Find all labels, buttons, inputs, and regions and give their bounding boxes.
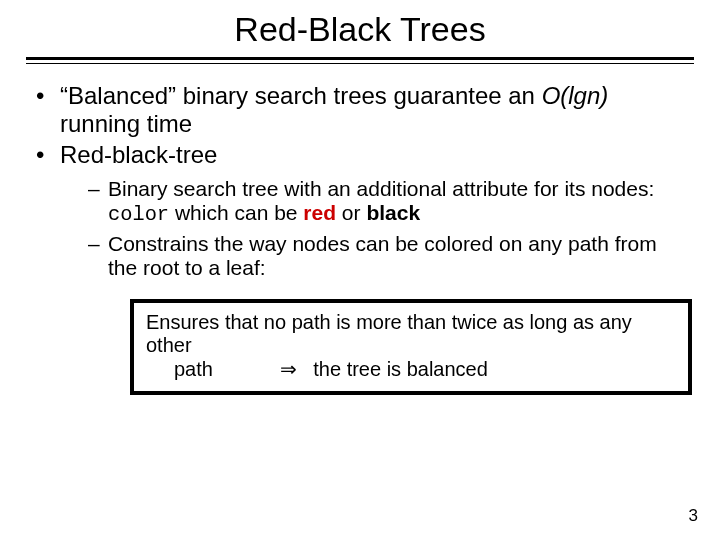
bullet-1: “Balanced” binary search trees guarantee… bbox=[36, 82, 684, 137]
bullet-2: Red-black-tree Binary search tree with a… bbox=[36, 141, 684, 395]
sub2-text: Constrains the way nodes can be colored … bbox=[108, 232, 657, 279]
sub-bullet-1: Binary search tree with an additional at… bbox=[88, 177, 684, 227]
slide-title: Red-Black Trees bbox=[0, 0, 720, 55]
double-arrow-icon: ⇒ bbox=[280, 358, 297, 380]
sub1-mid: which can be bbox=[169, 201, 303, 224]
page-number: 3 bbox=[689, 506, 698, 526]
sub1-pre: Binary search tree with an additional at… bbox=[108, 177, 654, 200]
slide: Red-Black Trees “Balanced” binary search… bbox=[0, 0, 720, 540]
sub1-or: or bbox=[336, 201, 366, 224]
bullet-list: “Balanced” binary search trees guarantee… bbox=[36, 82, 684, 395]
callout-line1: Ensures that no path is more than twice … bbox=[146, 311, 632, 357]
bullet-1-post: running time bbox=[60, 110, 192, 137]
callout-line2-pre: path bbox=[174, 358, 213, 380]
sub1-color-word: color bbox=[108, 203, 169, 226]
slide-body: “Balanced” binary search trees guarantee… bbox=[0, 64, 720, 395]
sub1-red: red bbox=[303, 201, 336, 224]
bullet-1-bigO: O(lgn) bbox=[542, 82, 609, 109]
sub-bullet-2: Constrains the way nodes can be colored … bbox=[88, 232, 684, 280]
callout-line2: path ⇒ the tree is balanced bbox=[146, 358, 676, 382]
sub-bullet-list: Binary search tree with an additional at… bbox=[60, 177, 684, 281]
bullet-2-text: Red-black-tree bbox=[60, 141, 217, 168]
bullet-1-pre: “Balanced” binary search trees guarantee… bbox=[60, 82, 542, 109]
callout-box: Ensures that no path is more than twice … bbox=[130, 299, 692, 396]
callout-line2-post: the tree is balanced bbox=[313, 358, 488, 380]
title-rule-thick bbox=[26, 57, 694, 60]
sub1-black: black bbox=[366, 201, 420, 224]
